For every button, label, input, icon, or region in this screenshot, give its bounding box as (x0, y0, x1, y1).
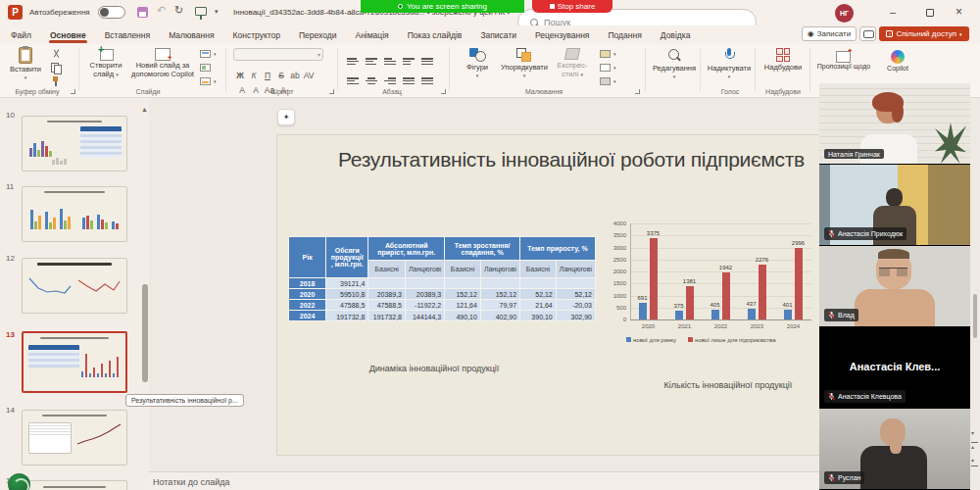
find-icon (667, 49, 681, 63)
copy-icon[interactable] (51, 63, 62, 73)
next-slide-icon[interactable]: ▾ (971, 457, 974, 464)
autosave-toggle[interactable] (98, 6, 125, 19)
chart-caption[interactable]: Кількість інноваційної продукції (611, 380, 846, 390)
tab-Файл[interactable]: Файл (10, 30, 32, 40)
justify-icon[interactable] (403, 77, 415, 84)
chart-bar-нової для ринку (748, 309, 756, 319)
account-avatar[interactable]: НГ (835, 4, 854, 23)
participant-tile-Наталія Гринчак[interactable]: Наталія Гринчак (819, 83, 970, 165)
meeting-app-logo[interactable] (8, 473, 30, 490)
reset-slide-icon[interactable] (200, 64, 211, 72)
columns-icon[interactable] (421, 77, 433, 84)
slide-thumbnail-13[interactable] (22, 331, 127, 393)
section-icon[interactable] (200, 77, 211, 85)
copilot-slide-button[interactable]: Новий слайд задопомогою Copilot (129, 47, 196, 78)
suggestions-icon (836, 50, 852, 62)
slide-thumbnail-11[interactable] (22, 186, 127, 242)
previous-slide-icon[interactable]: ▴ (971, 443, 974, 450)
participant-tile-Влад[interactable]: Влад (819, 246, 970, 327)
close-button[interactable]: × (956, 5, 962, 19)
font-format-icon-4[interactable]: ab (288, 71, 302, 80)
slide-thumbnail-12[interactable] (22, 258, 127, 314)
shape-fill-icon[interactable] (600, 50, 611, 58)
shapes-button[interactable]: Фігури ▾ (457, 48, 498, 78)
font-dialog-launcher[interactable] (329, 89, 334, 94)
table-cell: 390,10 (520, 311, 557, 321)
cut-icon[interactable] (51, 49, 62, 59)
slide-title[interactable]: Результативність інноваційної роботи під… (277, 148, 865, 172)
powerpoint-app-icon[interactable]: P (8, 5, 23, 20)
dictate-button[interactable]: Надиктувати ▾ (706, 48, 753, 79)
tab-Анімація[interactable]: Анімація (355, 30, 390, 40)
slide-table-object[interactable]: РікОбсяги продукції , млн.грн.Абсолютний… (288, 236, 596, 321)
bullets-icon[interactable] (347, 58, 359, 65)
scrollbar-thumb[interactable] (973, 294, 977, 338)
thumbnail-scrollbar[interactable] (142, 98, 148, 490)
suggestions-button[interactable]: Пропозиції щодо (815, 50, 872, 71)
new-slide-button[interactable]: Створитислайд ▾ (84, 47, 127, 78)
tab-Переходи[interactable]: Переходи (298, 30, 338, 40)
copilot-button[interactable]: Copilot (878, 50, 917, 73)
format-painter-icon[interactable] (51, 76, 62, 86)
table-caption[interactable]: Динаміка інноваційної продукції (317, 364, 552, 373)
participant-tile-Анастасія Клевцова[interactable]: Анастасія Клев...Анастасія Клевцова (819, 327, 970, 409)
tab-Малювання[interactable]: Малювання (168, 30, 215, 40)
numbering-icon[interactable] (366, 58, 377, 65)
table-cell: 21,64 (520, 300, 557, 311)
indent-decrease-icon[interactable] (384, 58, 396, 65)
tab-Записати[interactable]: Записати (479, 30, 517, 40)
record-button[interactable]: ◉Записати (802, 26, 857, 41)
main-scrollbar[interactable]: ▾ ▴ ▾ (970, 98, 980, 490)
tab-Показ слайдів[interactable]: Показ слайдів (407, 30, 464, 40)
scrollbar-thumb[interactable] (142, 284, 148, 382)
align-center-icon[interactable] (366, 77, 377, 84)
start-presentation-icon[interactable] (195, 7, 207, 16)
addins-button[interactable]: Надбудови (760, 48, 806, 72)
paragraph-dialog-launcher[interactable] (441, 89, 446, 94)
tab-Довідка[interactable]: Довідка (660, 30, 692, 40)
comments-button[interactable] (859, 26, 876, 41)
stop-share-button[interactable]: Stop share (532, 0, 612, 13)
slide-thumbnail-14[interactable] (22, 410, 127, 466)
undo-icon[interactable]: ↶ (157, 4, 166, 17)
maximize-button[interactable] (926, 9, 934, 17)
arrange-button[interactable]: Упорядкувати ▾ (500, 48, 549, 78)
participant-tile-Анастасія Приходюк[interactable]: Анастасія Приходюк (819, 165, 970, 246)
tab-Рецензування[interactable]: Рецензування (534, 30, 590, 40)
clipboard-dialog-launcher[interactable] (71, 89, 75, 94)
tab-Конструктор[interactable]: Конструктор (232, 30, 281, 40)
align-right-icon[interactable] (384, 77, 396, 84)
minimize-button[interactable]: – (890, 6, 896, 18)
participant-tile-Руслан[interactable]: Руслан (819, 409, 970, 490)
editing-button[interactable]: Редагування ▾ (651, 49, 698, 79)
font-extra-icon-0[interactable]: A (235, 85, 249, 95)
slide-thumbnail-15[interactable] (22, 480, 127, 490)
shape-outline-icon[interactable] (600, 64, 611, 72)
slide-layout-icon[interactable] (200, 50, 211, 58)
font-format-icon-5[interactable]: AV (302, 71, 316, 80)
redo-icon[interactable]: ↻ (174, 4, 183, 17)
scroll-up-icon[interactable]: ▲ (141, 106, 148, 113)
quick-styles-button[interactable]: Експрес-стилі ▾ (553, 48, 592, 78)
table-row-2024: 2024191732,8191732,8144144,3490,10402,90… (289, 311, 596, 321)
slide-thumbnail-10[interactable] (22, 116, 127, 172)
tab-Вставлення[interactable]: Вставлення (104, 30, 151, 40)
designer-sparkle-button[interactable]: ✦ (277, 109, 295, 125)
indent-increase-icon[interactable] (403, 58, 415, 65)
paste-button[interactable]: Вставити ▾ (6, 47, 45, 80)
qat-more-icon[interactable]: ▾ (215, 8, 219, 16)
drawing-dialog-launcher[interactable] (635, 89, 640, 94)
tab-Основне[interactable]: Основне (49, 30, 87, 40)
font-name-combobox[interactable] (233, 48, 323, 61)
align-left-icon[interactable] (347, 77, 359, 84)
chart-bar-нової лише для підприємства (686, 286, 694, 319)
table-cell: 59510,8 (326, 289, 368, 300)
scroll-down-icon[interactable]: ▾ (971, 429, 974, 436)
slide-chart-object[interactable]: 0500100015002000250030003500400020206913… (603, 212, 824, 354)
tab-Подання[interactable]: Подання (607, 30, 642, 40)
line-spacing-icon[interactable] (421, 58, 433, 65)
save-icon[interactable] (137, 7, 148, 18)
share-button[interactable]: ↑Спільний доступ▾ (879, 26, 969, 41)
shape-effects-icon[interactable] (600, 77, 611, 85)
slide-canvas[interactable]: Результативність інноваційної роботи під… (276, 134, 866, 456)
